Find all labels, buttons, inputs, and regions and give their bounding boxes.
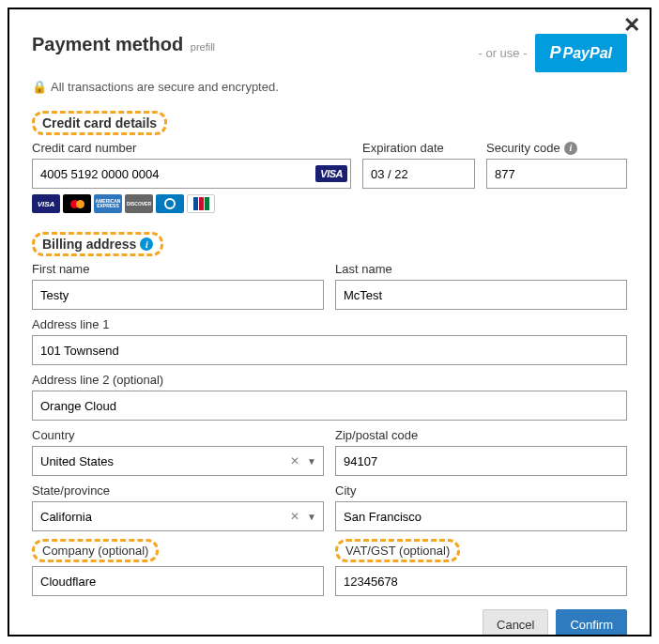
- confirm-button[interactable]: Confirm: [556, 609, 627, 636]
- addr2-label: Address line 2 (optional): [32, 373, 627, 387]
- cc-exp-label: Expiration date: [362, 141, 475, 155]
- paypal-logo-icon: P: [550, 43, 561, 63]
- payment-modal: ✕ Payment method prefill - or use - P Pa…: [8, 8, 651, 636]
- info-icon[interactable]: i: [564, 142, 577, 155]
- country-label: Country: [32, 428, 324, 442]
- state-label: State/province: [32, 483, 324, 498]
- cc-cvv-input[interactable]: [486, 159, 627, 189]
- close-icon[interactable]: ✕: [623, 15, 640, 36]
- cc-exp-input[interactable]: [362, 159, 475, 189]
- paypal-label: PayPal: [563, 45, 612, 62]
- country-select[interactable]: [32, 446, 324, 476]
- visa-icon: VISA: [32, 194, 60, 213]
- card-brand-icons: VISA AMERICANEXPRESS DISCOVER: [32, 194, 351, 213]
- last-name-label: Last name: [335, 262, 627, 276]
- secure-notice: 🔒 All transactions are secure and encryp…: [32, 80, 627, 94]
- zip-input[interactable]: [335, 446, 627, 476]
- first-name-input[interactable]: [32, 280, 324, 310]
- cc-number-input[interactable]: [32, 159, 351, 189]
- clear-icon[interactable]: ✕: [290, 454, 299, 468]
- prefill-tag: prefill: [191, 41, 215, 53]
- amex-icon: AMERICANEXPRESS: [94, 194, 122, 213]
- paypal-button[interactable]: P PayPal: [535, 34, 628, 72]
- city-input[interactable]: [335, 501, 627, 531]
- clear-icon[interactable]: ✕: [290, 510, 299, 523]
- mastercard-icon: [63, 194, 91, 213]
- modal-header: Payment method prefill - or use - P PayP…: [32, 34, 627, 72]
- vat-label: VAT/GST (optional): [335, 539, 627, 562]
- vat-input[interactable]: [335, 566, 627, 596]
- company-input[interactable]: [32, 566, 324, 596]
- city-label: City: [335, 483, 627, 498]
- addr1-label: Address line 1: [32, 317, 627, 331]
- jcb-icon: [187, 194, 215, 213]
- lock-icon: 🔒: [32, 80, 47, 94]
- cc-cvv-label: Security code i: [486, 141, 627, 155]
- cc-section-heading: Credit card details: [32, 111, 167, 135]
- diners-icon: [156, 194, 184, 213]
- addr2-input[interactable]: [32, 391, 627, 421]
- company-label: Company (optional): [32, 539, 324, 562]
- modal-title: Payment method: [32, 34, 183, 54]
- cc-number-label: Credit card number: [32, 141, 351, 155]
- last-name-input[interactable]: [335, 280, 627, 310]
- secure-text: All transactions are secure and encrypte…: [51, 80, 279, 94]
- cancel-button[interactable]: Cancel: [483, 609, 548, 636]
- first-name-label: First name: [32, 262, 324, 276]
- or-use-text: - or use -: [478, 46, 527, 60]
- billing-section-heading: Billing address i: [32, 232, 163, 256]
- discover-icon: DISCOVER: [125, 194, 153, 213]
- addr1-input[interactable]: [32, 335, 627, 365]
- card-type-badge: VISA: [315, 165, 347, 182]
- state-select[interactable]: [32, 501, 324, 531]
- zip-label: Zip/postal code: [335, 428, 627, 442]
- info-icon[interactable]: i: [140, 238, 153, 251]
- modal-footer: Cancel Confirm: [32, 609, 627, 636]
